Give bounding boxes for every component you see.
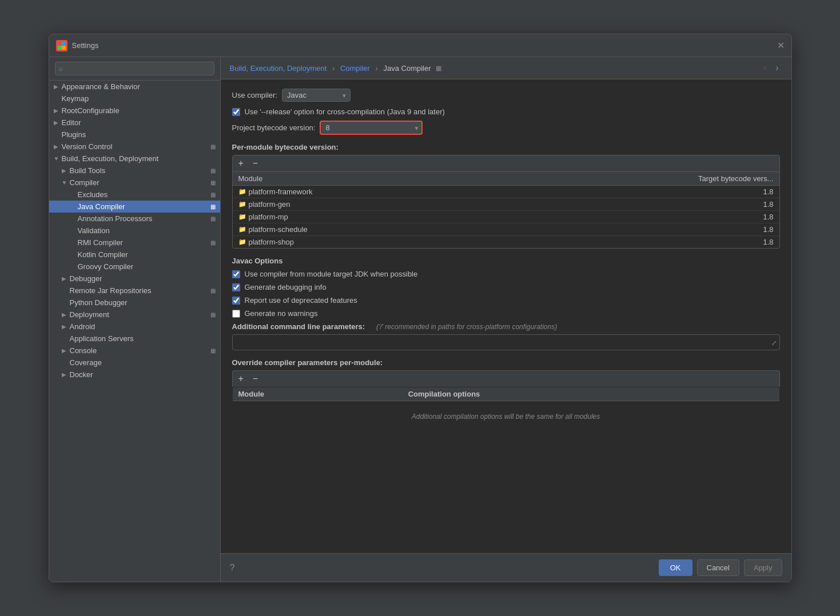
chevron-right-icon-9: ▶ bbox=[62, 347, 70, 354]
sidebar-item-remote-jar[interactable]: Remote Jar Repositories ▦ bbox=[49, 285, 220, 297]
chevron-right-icon-8: ▶ bbox=[62, 323, 70, 330]
use-compiler-label: Use compiler: bbox=[232, 91, 277, 99]
settings-icon-java-compiler: ▦ bbox=[210, 203, 216, 210]
titlebar: Settings ✕ bbox=[49, 34, 791, 57]
sidebar-item-java-compiler[interactable]: Java Compiler ▦ bbox=[49, 201, 220, 213]
sidebar-item-compiler[interactable]: ▼ Compiler ▦ bbox=[49, 177, 220, 189]
sidebar-item-build-tools[interactable]: ▶ Build Tools ▦ bbox=[49, 165, 220, 177]
javac-checkbox-row: Generate no warnings bbox=[232, 309, 780, 318]
remove-module-button[interactable]: − bbox=[250, 158, 260, 169]
bytecode-select[interactable]: 8 11 17 21 bbox=[320, 121, 423, 135]
javac-checkbox-label-0: Use compiler from module target JDK when… bbox=[245, 270, 418, 278]
close-button[interactable]: ✕ bbox=[777, 40, 785, 51]
use-compiler-row: Use compiler: Javac Eclipse Ajc ▼ bbox=[232, 89, 780, 102]
breadcrumb-compiler[interactable]: Compiler bbox=[340, 64, 370, 73]
module-icon: 📁 bbox=[238, 238, 246, 246]
help-icon[interactable]: ? bbox=[230, 563, 235, 573]
override-table: Module Compilation options Additional co… bbox=[232, 387, 780, 433]
table-row: 📁 platform-framework 1.8 bbox=[233, 186, 779, 198]
override-empty-text: Additional compilation options will be t… bbox=[232, 401, 779, 433]
remove-override-button[interactable]: − bbox=[250, 373, 260, 385]
sidebar-item-editor[interactable]: ▶ Editor bbox=[49, 117, 220, 129]
cross-compile-row: Use '--release' option for cross-compila… bbox=[232, 107, 780, 116]
module-name-cell: 📁 platform-shop bbox=[233, 236, 505, 249]
sidebar-item-version-control[interactable]: ▶ Version Control ▦ bbox=[49, 141, 220, 153]
svg-rect-0 bbox=[58, 42, 62, 46]
javac-checkboxes: Use compiler from module target JDK when… bbox=[232, 270, 780, 318]
sidebar-item-build-exec-deploy[interactable]: ▼ Build, Execution, Deployment bbox=[49, 153, 220, 165]
sidebar-scroll: ▶ Appearance & Behavior Keymap ▶ RootCon… bbox=[49, 81, 220, 582]
sidebar-item-annotation-processors[interactable]: Annotation Processors ▦ bbox=[49, 213, 220, 225]
module-name-cell: 📁 platform-mp bbox=[233, 211, 505, 223]
nav-forward-arrow[interactable]: › bbox=[772, 62, 782, 74]
search-input[interactable] bbox=[55, 62, 214, 75]
settings-icon-remote: ▦ bbox=[210, 287, 216, 294]
breadcrumb-sep-1: › bbox=[332, 64, 337, 73]
chevron-right-icon-3: ▶ bbox=[54, 119, 62, 126]
nav-back-arrow[interactable]: ‹ bbox=[760, 62, 770, 74]
javac-options-header: Javac Options bbox=[232, 257, 780, 265]
version-cell: 1.8 bbox=[504, 236, 779, 249]
sidebar-item-coverage[interactable]: Coverage bbox=[49, 357, 220, 369]
settings-icon-rmi: ▦ bbox=[210, 239, 216, 246]
module-icon: 📁 bbox=[238, 201, 246, 208]
cancel-button[interactable]: Cancel bbox=[697, 559, 739, 576]
javac-checkbox-1[interactable] bbox=[232, 283, 240, 291]
compiler-select[interactable]: Javac Eclipse Ajc bbox=[282, 89, 351, 102]
sidebar-item-keymap[interactable]: Keymap bbox=[49, 93, 220, 105]
ok-button[interactable]: OK bbox=[659, 559, 692, 576]
override-label: Override compiler parameters per-module: bbox=[232, 358, 780, 367]
sidebar-item-kotlin-compiler[interactable]: Kotlin Compiler bbox=[49, 249, 220, 261]
javac-checkbox-row: Use compiler from module target JDK when… bbox=[232, 270, 780, 278]
chevron-right-icon-10: ▶ bbox=[62, 371, 70, 378]
apply-button[interactable]: Apply bbox=[744, 559, 782, 576]
sidebar-item-validation[interactable]: Validation bbox=[49, 225, 220, 237]
javac-checkbox-3[interactable] bbox=[232, 310, 240, 318]
version-cell: 1.8 bbox=[504, 186, 779, 198]
chevron-right-icon-6: ▶ bbox=[62, 275, 70, 282]
sidebar-item-python-debugger[interactable]: Python Debugger bbox=[49, 297, 220, 309]
search-wrap: ⌕ bbox=[55, 62, 214, 75]
table-row: 📁 platform-mp 1.8 bbox=[233, 211, 779, 223]
module-name-cell: 📁 platform-framework bbox=[233, 186, 505, 198]
version-col-header: Target bytecode vers... bbox=[504, 172, 779, 186]
chevron-right-icon-4: ▶ bbox=[54, 143, 62, 150]
javac-checkbox-2[interactable] bbox=[232, 297, 240, 305]
override-module-col: Module bbox=[232, 387, 403, 401]
cmd-params-input[interactable] bbox=[232, 334, 780, 350]
search-bar: ⌕ bbox=[49, 57, 220, 81]
sidebar-item-excludes[interactable]: Excludes ▦ bbox=[49, 189, 220, 201]
override-options-col: Compilation options bbox=[403, 387, 779, 401]
sidebar-item-console[interactable]: ▶ Console ▦ bbox=[49, 345, 220, 357]
sidebar-item-debugger[interactable]: ▶ Debugger bbox=[49, 273, 220, 285]
sidebar-item-appearance[interactable]: ▶ Appearance & Behavior bbox=[49, 81, 220, 93]
sidebar-item-plugins[interactable]: Plugins bbox=[49, 129, 220, 141]
chevron-down-icon-2: ▼ bbox=[62, 179, 70, 186]
sidebar-item-docker[interactable]: ▶ Docker bbox=[49, 369, 220, 381]
sidebar-item-deployment[interactable]: ▶ Deployment ▦ bbox=[49, 309, 220, 321]
sidebar-item-groovy-compiler[interactable]: Groovy Compiler bbox=[49, 261, 220, 273]
cross-compile-checkbox[interactable] bbox=[232, 108, 240, 116]
sidebar-item-android[interactable]: ▶ Android bbox=[49, 321, 220, 333]
cmd-params-label-row: Additional command line parameters: ('/'… bbox=[232, 322, 780, 331]
breadcrumb-build[interactable]: Build, Execution, Deployment bbox=[230, 64, 327, 73]
add-module-button[interactable]: + bbox=[236, 158, 246, 169]
content-area: ⌕ ▶ Appearance & Behavior Keymap ▶ bbox=[49, 57, 791, 582]
module-table-toolbar: + − bbox=[233, 155, 779, 172]
version-cell: 1.8 bbox=[504, 211, 779, 223]
sidebar-item-application-servers[interactable]: Application Servers bbox=[49, 333, 220, 345]
settings-icon-excludes: ▦ bbox=[210, 191, 216, 198]
chevron-right-icon-2: ▶ bbox=[54, 107, 62, 114]
add-override-button[interactable]: + bbox=[236, 373, 246, 385]
settings-icon-compiler: ▦ bbox=[210, 179, 216, 186]
expand-icon[interactable]: ⤢ bbox=[771, 339, 777, 347]
breadcrumb-current: Java Compiler bbox=[383, 64, 431, 73]
main-panel: Build, Execution, Deployment › Compiler … bbox=[221, 57, 791, 582]
table-row: 📁 platform-shop 1.8 bbox=[233, 236, 779, 249]
javac-checkbox-0[interactable] bbox=[232, 270, 240, 278]
bytecode-select-wrap: 8 11 17 21 ▼ bbox=[320, 121, 423, 135]
sidebar-item-rmi-compiler[interactable]: RMI Compiler ▦ bbox=[49, 237, 220, 249]
breadcrumb: Build, Execution, Deployment › Compiler … bbox=[230, 64, 431, 73]
bytecode-label: Project bytecode version: bbox=[232, 123, 316, 132]
sidebar-item-rootconfigurable[interactable]: ▶ RootConfigurable bbox=[49, 105, 220, 117]
